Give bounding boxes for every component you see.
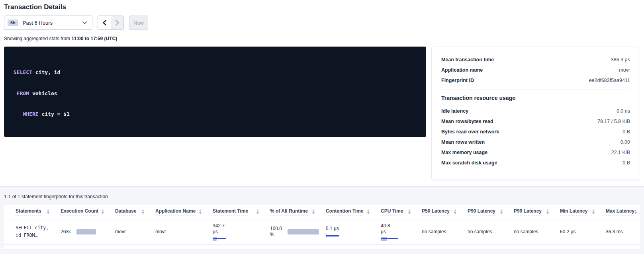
sort-icon (312, 209, 315, 214)
column-header-pct-of-all-runtime[interactable]: % of All Runtime (266, 205, 322, 219)
usage-row: Idle latency 0.0 ns (441, 106, 630, 116)
usage-row: Bytes read over network 0 B (441, 127, 630, 137)
column-header-max-latency[interactable]: Max Latency (602, 205, 640, 219)
column-label: Min Latency (560, 208, 587, 215)
usage-row: Max scratch disk usage 0 B (441, 158, 630, 168)
column-header-cpu-time[interactable]: CPU Time (377, 205, 418, 219)
statement-row: SELECT city, id FROM… 263k movr movr (4, 219, 640, 244)
column-header-min-latency[interactable]: Min Latency (556, 205, 602, 219)
column-label: CPU Time (381, 208, 403, 215)
cell-application-name: movr (151, 219, 209, 244)
summary-row: Fingerprint ID ee2df683f5aa9411 (441, 75, 630, 86)
chevron-down-icon (82, 21, 87, 24)
sort-icon (500, 209, 503, 214)
cpu-time-value: 40.8 (381, 223, 418, 229)
execution-count-bar (76, 229, 96, 234)
usage-label: Bytes read over network (441, 129, 499, 135)
sort-icon (592, 209, 595, 214)
sort-icon (634, 209, 637, 214)
cell-statement-time: 342.7 µs (209, 219, 266, 244)
stddev-line (213, 238, 226, 239)
column-label: P90 Latency (468, 208, 495, 215)
summary-value: 386.3 µs (611, 57, 630, 63)
sql-text: city, id (32, 69, 60, 75)
statements-table: Statements Execution Count Database Appl… (4, 205, 640, 245)
column-label: Execution Count (61, 208, 98, 215)
pct-runtime-bar (288, 229, 319, 234)
pct-runtime-unit: % (270, 232, 282, 238)
summary-row: Mean transaction time 386.3 µs (441, 55, 630, 65)
aggregation-caption-range: 11:00 to 17:59 (UTC) (71, 36, 117, 41)
usage-label: Idle latency (441, 108, 468, 114)
sql-line: WHERE city = $1 (14, 111, 417, 118)
column-label: P50 Latency (422, 208, 450, 215)
next-time-button[interactable] (111, 16, 123, 29)
column-label: Max Latency (606, 208, 634, 215)
sql-statement-box: SELECT city, id FROM vehicles WHERE city… (4, 47, 426, 137)
sql-indent (14, 111, 23, 117)
sql-indent (14, 90, 17, 96)
sort-icon (546, 209, 549, 214)
fingerprints-caption: 1-1 of 1 statement fingerprints for this… (4, 194, 640, 199)
usage-value: 0 B (622, 160, 630, 166)
column-header-p50-latency[interactable]: P50 Latency (418, 205, 464, 219)
cell-contention-time: 5.1 µs (322, 219, 377, 244)
page-title: Transaction Details (4, 3, 640, 11)
stddev-line (381, 238, 398, 239)
column-header-application-name[interactable]: Application Name (151, 205, 209, 219)
time-range-label: Past 6 Hours (23, 20, 78, 26)
column-header-contention-time[interactable]: Contention Time (322, 205, 377, 219)
cell-p50-latency: no samples (418, 219, 464, 244)
column-header-statement-time[interactable]: Statement Time (209, 205, 266, 219)
cell-pct-of-all-runtime: 100.0 % (266, 219, 322, 244)
statements-section: 1-1 of 1 statement fingerprints for this… (0, 186, 644, 254)
column-header-p99-latency[interactable]: P99 Latency (510, 205, 556, 219)
cell-min-latency: 60.2 µs (556, 219, 602, 244)
column-label: % of All Runtime (270, 208, 308, 215)
sql-keyword: FROM (17, 90, 29, 96)
statement-time-unit: µs (213, 229, 266, 235)
sort-icon (199, 209, 202, 214)
usage-label: Mean rows written (441, 139, 485, 145)
statement-fingerprint-link[interactable]: SELECT city, id FROM… (16, 224, 57, 239)
statement-line: SELECT city, (16, 224, 57, 232)
column-label: Contention Time (326, 208, 363, 215)
sort-icon (47, 209, 49, 214)
prev-time-button[interactable] (98, 16, 111, 29)
usage-row: Max memory usage 22.1 KiB (441, 147, 630, 158)
divider (441, 90, 630, 90)
summary-value: movr (619, 67, 630, 73)
column-label: P99 Latency (514, 208, 542, 215)
usage-value: 78.17 / 5.8 KiB (597, 119, 630, 124)
column-label: Statement Time (213, 208, 248, 215)
resource-usage-title: Transaction resource usage (441, 95, 630, 101)
summary-label: Fingerprint ID (441, 78, 474, 83)
sort-icon (142, 209, 144, 214)
sort-icon (408, 209, 411, 214)
column-header-database[interactable]: Database (111, 205, 151, 219)
time-range-badge: 6h (8, 20, 18, 26)
main-row: SELECT city, id FROM vehicles WHERE city… (4, 47, 640, 180)
cell-cpu-time: 40.8 µs (377, 219, 418, 244)
sort-icon (102, 209, 104, 214)
now-button[interactable]: Now (129, 16, 148, 30)
chevron-left-icon (103, 20, 106, 25)
transaction-summary-card: Mean transaction time 386.3 µs Applicati… (431, 47, 640, 180)
statement-time-bar-chart (213, 237, 266, 241)
time-range-picker[interactable]: 6h Past 6 Hours (4, 16, 92, 30)
time-nav-group (98, 16, 124, 30)
sql-line: SELECT city, id (14, 69, 417, 76)
cell-p99-latency: no samples (510, 219, 556, 244)
column-label: Application Name (155, 208, 196, 215)
column-header-execution-count[interactable]: Execution Count (57, 205, 111, 219)
top-section: Transaction Details 6h Past 6 Hours Now … (0, 3, 644, 180)
usage-row: Mean rows written 0.00 (441, 137, 630, 147)
sql-keyword: SELECT (14, 69, 32, 75)
cpu-time-unit: µs (381, 229, 418, 235)
column-header-p90-latency[interactable]: P90 Latency (464, 205, 510, 219)
cell-database: movr (111, 219, 151, 244)
contention-time-bar-chart (326, 234, 377, 238)
summary-value: ee2df683f5aa9411 (589, 78, 630, 83)
column-header-statements[interactable]: Statements (4, 205, 57, 219)
time-controls: 6h Past 6 Hours Now (4, 16, 640, 30)
